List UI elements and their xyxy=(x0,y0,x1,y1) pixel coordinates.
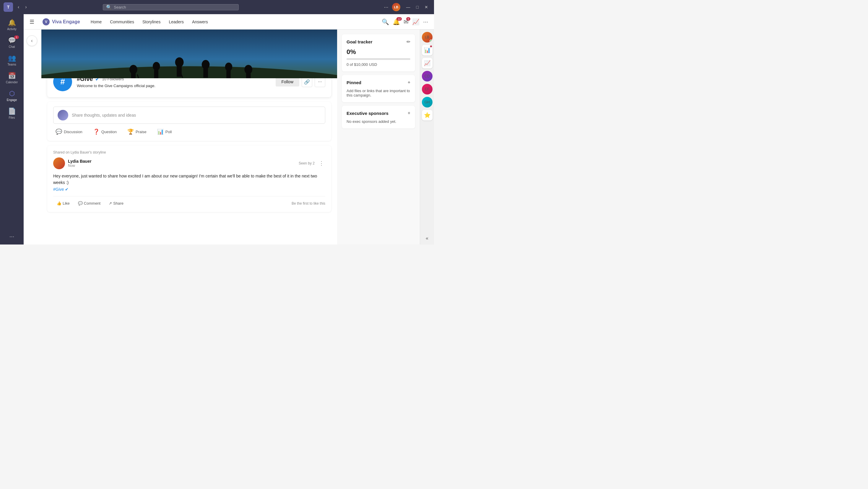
comment-icon: 💬 xyxy=(78,201,83,205)
compose-question-button[interactable]: ❓ Question xyxy=(91,127,119,136)
minimize-button[interactable]: — xyxy=(404,5,413,9)
nav-answers[interactable]: Answers xyxy=(188,18,212,26)
post-timestamp: Now xyxy=(68,164,296,168)
msg-badge: 5 xyxy=(406,17,410,21)
notification-button[interactable]: 🔔12 xyxy=(393,18,400,25)
compose-praise-button[interactable]: 🏆 Praise xyxy=(125,127,149,136)
post-shared-label: Shared on Lydia Bauer's storyline xyxy=(53,150,325,155)
sidebar-item-calendar[interactable]: 📅 Calender xyxy=(1,70,23,86)
post-body: Hey everyone, just wanted to share how e… xyxy=(53,173,325,193)
svg-point-10 xyxy=(225,63,232,71)
exec-sponsors-title: Executive sponsors xyxy=(346,111,389,116)
far-right-avatar-0[interactable]: LB xyxy=(422,32,433,42)
far-right-icon-analytics[interactable]: 📊 xyxy=(422,45,433,56)
sidebar-item-label: Files xyxy=(8,116,15,119)
far-right-avatar-3[interactable]: GH xyxy=(422,97,433,107)
more-options-icon[interactable]: ··· xyxy=(384,4,388,10)
center-feed: # #Give ✔ 10 Followers Welcome to the Gi… xyxy=(41,30,337,244)
notif-badge: 12 xyxy=(397,17,402,21)
banner-svg xyxy=(41,30,337,78)
svg-point-2 xyxy=(129,65,137,74)
post-author-avatar xyxy=(53,157,65,169)
far-right-avatar-1[interactable]: CD xyxy=(422,71,433,82)
goal-tracker-title: Goal tracker xyxy=(346,39,373,44)
compose-avatar xyxy=(58,110,68,121)
window-controls: — □ ✕ xyxy=(404,5,430,9)
message-button[interactable]: ✉5 xyxy=(404,18,409,25)
svg-point-6 xyxy=(175,57,184,67)
praise-icon: 🏆 xyxy=(127,128,134,135)
executive-sponsors-widget: Executive sponsors + No exec sponsors ad… xyxy=(342,106,415,128)
far-right-panel: LB 📊 📈 CD EF GH ⭐ « xyxy=(420,30,434,244)
activity-icon: 🔔 xyxy=(8,19,16,27)
goal-bar-track xyxy=(346,58,410,60)
far-right-icon-chart[interactable]: 📈 xyxy=(422,58,433,68)
post-actions: 👍 Like 💬 Comment ↗ Share Be the first to… xyxy=(53,196,325,207)
goal-tracker-header: Goal tracker ✏ xyxy=(346,39,410,44)
nav-storylines[interactable]: Storylines xyxy=(139,18,164,26)
compose-poll-button[interactable]: 📊 Poll xyxy=(155,127,174,136)
post-more-button[interactable]: ⋮ xyxy=(318,159,325,168)
brand-name: Viva Engage xyxy=(52,19,80,25)
nav-back-button[interactable]: ‹ xyxy=(16,3,22,11)
sidebar-item-label: Engage xyxy=(7,98,17,102)
community-banner xyxy=(41,30,337,78)
goal-tracker-edit-button[interactable]: ✏ xyxy=(406,39,410,44)
poll-label: Poll xyxy=(165,130,172,134)
hamburger-menu-button[interactable]: ☰ xyxy=(30,19,34,25)
nav-communities[interactable]: Communities xyxy=(106,18,138,26)
sidebar-item-label: Chat xyxy=(8,45,15,48)
collapse-panel-button[interactable]: « xyxy=(425,234,430,242)
nav-links: Home Communities Storylines Leaders Answ… xyxy=(87,18,212,26)
exec-sponsors-header: Executive sponsors + xyxy=(346,110,410,116)
svg-rect-3 xyxy=(131,73,136,78)
sidebar-item-teams[interactable]: 👥 Teams xyxy=(1,52,23,68)
sidebar-item-engage[interactable]: ⬡ Engage xyxy=(1,88,23,104)
content-area: ☰ V Viva Engage Home Communities Storyli… xyxy=(24,14,434,244)
like-button[interactable]: 👍 Like xyxy=(53,199,73,207)
sidebar-item-activity[interactable]: 🔔 Activity xyxy=(1,17,23,33)
compose-discussion-button[interactable]: 💬 Discussion xyxy=(53,127,85,136)
discussion-label: Discussion xyxy=(64,130,83,134)
brand-logo: V xyxy=(42,18,50,25)
goal-percent: 0% xyxy=(346,48,410,56)
main-scroll: ‹ xyxy=(24,30,434,244)
sidebar-more-button[interactable]: ··· xyxy=(7,231,17,242)
global-search-bar[interactable]: 🔍 xyxy=(103,4,239,10)
post-card: Shared on Lydia Bauer's storyline Lydia … xyxy=(47,145,331,212)
back-button[interactable]: ‹ xyxy=(27,35,37,46)
exec-sponsors-add-button[interactable]: + xyxy=(408,110,410,116)
nav-forward-button[interactable]: › xyxy=(23,3,29,11)
user-avatar[interactable]: LB xyxy=(392,3,400,11)
exec-sponsors-description: No exec sponsors added yet. xyxy=(346,119,410,124)
sidebar-item-chat[interactable]: 💬 1 Chat xyxy=(1,34,23,51)
nav-leaders[interactable]: Leaders xyxy=(165,18,187,26)
far-right-icon-star[interactable]: ⭐ xyxy=(422,110,433,121)
compose-placeholder: Share thoughts, updates and ideas xyxy=(72,113,136,118)
post-tag-link[interactable]: #Give xyxy=(53,187,64,192)
search-button[interactable]: 🔍 xyxy=(382,18,389,25)
post-author-name: Lydia Bauer xyxy=(68,159,296,164)
search-input[interactable] xyxy=(114,5,236,9)
close-button[interactable]: ✕ xyxy=(422,5,430,9)
far-right-avatar-2[interactable]: EF xyxy=(422,84,433,95)
question-label: Question xyxy=(101,130,117,134)
comment-button[interactable]: 💬 Comment xyxy=(74,199,104,207)
pinned-description: Add files or links that are important to… xyxy=(346,89,410,97)
pinned-add-button[interactable]: + xyxy=(408,80,410,85)
right-sidebar: Goal tracker ✏ 0% 0 of $10,000 USD xyxy=(337,30,420,244)
follow-button[interactable]: Follow xyxy=(276,77,299,87)
compose-input-row[interactable]: Share thoughts, updates and ideas xyxy=(53,107,325,124)
svg-rect-13 xyxy=(246,73,251,78)
praise-label: Praise xyxy=(135,130,147,134)
maximize-button[interactable]: □ xyxy=(414,5,421,9)
teams-icon: 👥 xyxy=(8,54,16,62)
share-button[interactable]: ↗ Share xyxy=(105,199,127,207)
sidebar-item-label: Calender xyxy=(6,80,18,84)
app-body: 🔔 Activity 💬 1 Chat 👥 Teams 📅 Calender ⬡… xyxy=(0,14,434,244)
sidebar-item-files[interactable]: 📄 Files xyxy=(1,105,23,122)
nav-home[interactable]: Home xyxy=(87,18,105,26)
analytics-button[interactable]: 📈 xyxy=(412,18,420,25)
top-nav: ☰ V Viva Engage Home Communities Storyli… xyxy=(24,14,434,30)
top-nav-more-button[interactable]: ··· xyxy=(423,18,428,25)
